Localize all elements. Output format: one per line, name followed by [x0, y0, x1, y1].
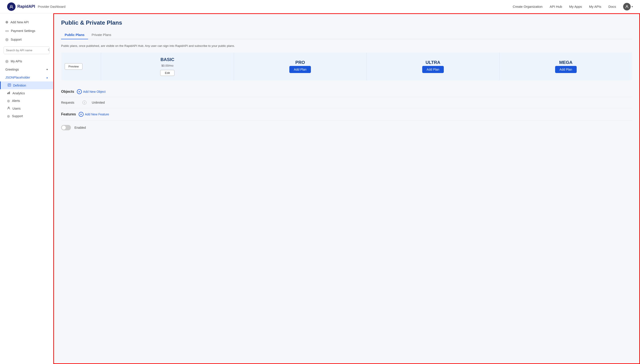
sidebar-section-greetings[interactable]: Greetings ▾ — [0, 66, 53, 74]
support-bottom-icon: ◎ — [7, 114, 10, 118]
tab-private-plans[interactable]: Private Plans — [88, 31, 115, 39]
analytics-icon — [7, 91, 10, 95]
alerts-icon: ◎ — [7, 99, 10, 102]
objects-title: Objects — [61, 90, 74, 94]
my-apis-icon: ◎ — [5, 59, 9, 63]
sidebar-section-jsonplaceholder[interactable]: JSONPlaceholder ▴ — [0, 74, 53, 82]
requests-value: Unlimited — [92, 101, 105, 104]
sidebar-item-analytics[interactable]: Analytics — [0, 89, 53, 97]
sidebar-item-payment[interactable]: ▭ Payment Settings — [0, 26, 53, 35]
svg-point-2 — [48, 49, 50, 50]
enabled-label: Enabled — [74, 126, 86, 130]
sidebar-users-label: Users — [13, 107, 21, 110]
requests-info-icon[interactable]: i — [82, 100, 86, 104]
svg-rect-8 — [8, 92, 9, 94]
logo-area: RapidAPI Provider Dashboard — [7, 2, 66, 11]
card-icon: ▭ — [5, 29, 9, 33]
features-section-header: Features + Add New Feature — [61, 108, 632, 120]
plan-ultra-cell: ULTRA Add Plan — [367, 52, 500, 80]
chevron-down-icon: ▾ — [631, 5, 633, 8]
main-content: Public & Private Plans Public Plans Priv… — [53, 13, 640, 364]
plan-basic-price: $0.00/mo — [161, 63, 173, 68]
top-nav: RapidAPI Provider Dashboard Create Organ… — [0, 0, 640, 13]
sidebar-support-top-label: Support — [11, 38, 22, 41]
tab-public-plans[interactable]: Public Plans — [61, 31, 88, 39]
plan-preview-cell: Preview — [61, 52, 101, 80]
svg-rect-9 — [9, 92, 10, 94]
sidebar-analytics-label: Analytics — [13, 92, 25, 95]
nav-docs[interactable]: Docs — [608, 5, 616, 8]
sidebar: ⊕ Add New API ▭ Payment Settings ◎ Suppo… — [0, 13, 53, 364]
requests-row: Requests i Unlimited — [61, 97, 632, 108]
nav-api-hub[interactable]: API Hub — [550, 5, 562, 8]
plans-table: Preview BASIC $0.00/mo Edit PRO Add Plan — [61, 52, 632, 80]
toggle-slider — [61, 125, 71, 130]
sidebar-definition-label: Definition — [13, 84, 26, 87]
definition-icon — [8, 84, 11, 87]
chevron-up-jsonplaceholder: ▴ — [47, 76, 48, 79]
sidebar-item-my-apis[interactable]: ◎ My APIs — [0, 57, 53, 66]
plan-mega-name: MEGA — [559, 60, 572, 65]
svg-point-1 — [626, 5, 627, 7]
plan-mega-cell: MEGA Add Plan — [500, 52, 632, 80]
plan-basic-cell: BASIC $0.00/mo Edit — [101, 52, 234, 80]
add-plan-pro-button[interactable]: Add Plan — [289, 66, 311, 73]
search-box — [4, 46, 50, 54]
page-title: Public & Private Plans — [61, 19, 632, 26]
enabled-toggle[interactable] — [61, 125, 71, 130]
sidebar-item-support-bottom[interactable]: ◎ Support — [0, 112, 53, 120]
plan-basic-name: BASIC — [160, 57, 174, 62]
sidebar-jsonplaceholder-label: JSONPlaceholder — [5, 76, 30, 79]
svg-point-10 — [8, 107, 9, 108]
add-feature-plus-icon: + — [79, 112, 84, 117]
sidebar-item-users[interactable]: Users — [0, 104, 53, 112]
nav-create-org[interactable]: Create Organization — [513, 5, 542, 8]
plan-pro-name: PRO — [295, 60, 305, 65]
support-top-icon: ◎ — [5, 37, 9, 42]
chevron-down-greetings: ▾ — [47, 68, 48, 71]
nav-my-apis[interactable]: My APIs — [589, 5, 601, 8]
sidebar-greetings-label: Greetings — [5, 68, 19, 71]
add-plan-mega-button[interactable]: Add Plan — [555, 66, 577, 73]
objects-section-header: Objects + Add New Object — [61, 86, 632, 97]
add-object-plus-icon: + — [77, 89, 82, 94]
plus-circle-icon: ⊕ — [5, 20, 8, 24]
sidebar-payment-label: Payment Settings — [11, 29, 35, 33]
add-feature-label: Add New Feature — [85, 112, 109, 116]
user-avatar-wrapper[interactable]: ▾ — [623, 3, 633, 10]
sidebar-alerts-label: Alerts — [12, 99, 20, 102]
sidebar-support-bottom-label: Support — [12, 114, 23, 118]
edit-basic-button[interactable]: Edit — [160, 70, 174, 76]
brand-name: RapidAPI — [17, 4, 35, 9]
svg-rect-7 — [7, 93, 8, 94]
sidebar-item-alerts[interactable]: ◎ Alerts — [0, 97, 53, 104]
requests-label: Requests — [61, 101, 79, 104]
plan-ultra-name: ULTRA — [425, 60, 440, 65]
search-button[interactable] — [46, 46, 50, 54]
description-text: Public plans, once published, are visibl… — [61, 44, 632, 48]
preview-button[interactable]: Preview — [65, 63, 82, 70]
layout: ⊕ Add New API ▭ Payment Settings ◎ Suppo… — [0, 13, 640, 364]
logo-icon — [7, 2, 16, 11]
add-feature-button[interactable]: + Add New Feature — [79, 112, 109, 117]
nav-links: Create Organization API Hub My Apps My A… — [513, 3, 633, 10]
sidebar-item-support-top[interactable]: ◎ Support — [0, 35, 53, 44]
search-input[interactable] — [4, 47, 46, 54]
sidebar-my-apis-label: My APIs — [11, 60, 22, 63]
sidebar-item-definition[interactable]: Definition — [0, 82, 53, 89]
add-plan-ultra-button[interactable]: Add Plan — [422, 66, 444, 73]
tabs: Public Plans Private Plans — [61, 31, 632, 39]
sidebar-add-api-label: Add New API — [11, 20, 29, 24]
sidebar-item-add-api[interactable]: ⊕ Add New API — [0, 18, 53, 26]
add-object-button[interactable]: + Add New Object — [77, 89, 106, 94]
nav-my-apps[interactable]: My Apps — [569, 5, 582, 8]
features-title: Features — [61, 112, 76, 116]
users-icon — [7, 106, 10, 110]
provider-label: Provider Dashboard — [38, 5, 66, 8]
toggle-row: Enabled — [61, 120, 632, 135]
plan-pro-cell: PRO Add Plan — [234, 52, 367, 80]
add-object-label: Add New Object — [83, 90, 106, 94]
avatar[interactable] — [623, 3, 631, 10]
plans-header-row: Preview BASIC $0.00/mo Edit PRO Add Plan — [61, 52, 632, 80]
